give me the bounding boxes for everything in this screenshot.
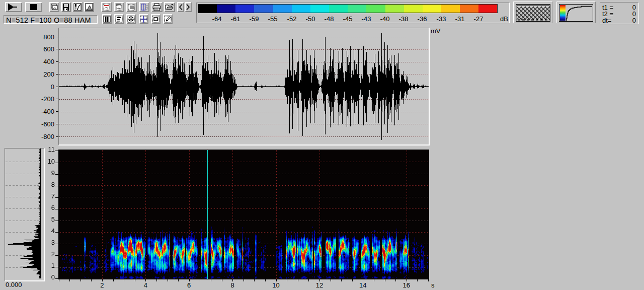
svg-text:S: S	[144, 4, 148, 11]
